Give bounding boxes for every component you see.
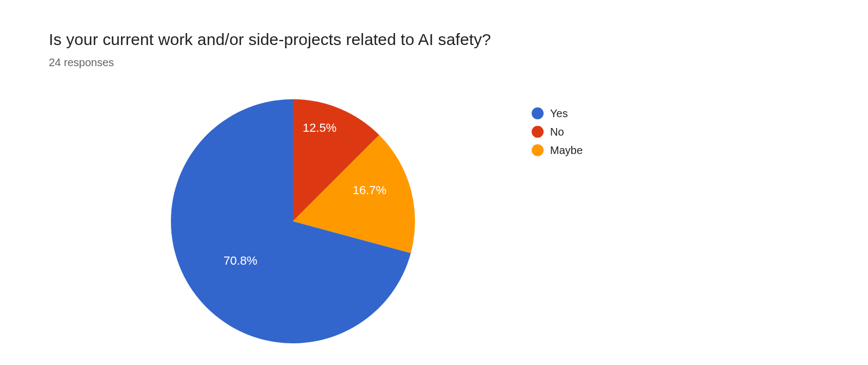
legend-label-maybe: Maybe xyxy=(550,144,583,157)
chart-container: Is your current work and/or side-project… xyxy=(0,0,868,365)
legend-swatch-no xyxy=(532,126,544,138)
legend-label-no: No xyxy=(550,126,564,138)
legend: Yes No Maybe xyxy=(532,104,583,159)
slice-label-no: 12.5% xyxy=(303,121,336,135)
pie-svg xyxy=(163,91,423,351)
chart-title: Is your current work and/or side-project… xyxy=(49,30,491,49)
legend-swatch-maybe xyxy=(532,144,544,156)
response-count: 24 responses xyxy=(49,56,114,69)
slice-label-maybe: 16.7% xyxy=(353,183,386,197)
legend-swatch-yes xyxy=(532,107,544,119)
slice-label-yes: 70.8% xyxy=(224,254,257,268)
legend-item-yes: Yes xyxy=(532,104,583,123)
legend-item-maybe: Maybe xyxy=(532,141,583,159)
legend-item-no: No xyxy=(532,123,583,141)
pie-chart: 12.5% 16.7% 70.8% xyxy=(163,91,423,351)
legend-label-yes: Yes xyxy=(550,107,568,120)
